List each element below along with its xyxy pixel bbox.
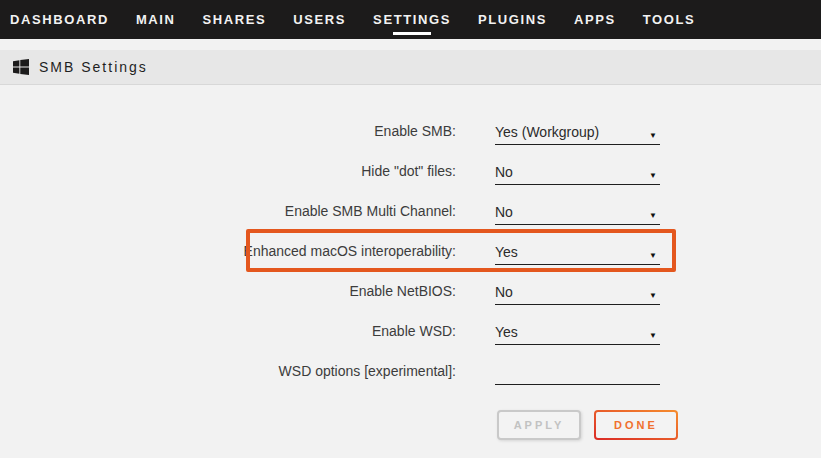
page-title: SMB Settings: [39, 59, 148, 75]
page-header: SMB Settings: [0, 50, 821, 85]
field-label: WSD options [experimental]:: [0, 351, 456, 391]
done-button[interactable]: DONE: [594, 410, 678, 440]
enable-smb-select[interactable]: Yes (Workgroup) ▼: [495, 117, 660, 145]
nav-item-apps[interactable]: APPS: [574, 12, 616, 27]
hide-dot-files-select[interactable]: No ▼: [495, 157, 660, 185]
nav-item-main[interactable]: MAIN: [136, 12, 176, 27]
smb-settings-page: DASHBOARD MAIN SHARES USERS SETTINGS PLU…: [0, 0, 821, 458]
selected-value: Yes: [495, 324, 518, 340]
dropdown-arrow-icon: ▼: [649, 172, 660, 180]
form-row-enable-smb: Enable SMB: Yes (Workgroup) ▼: [0, 111, 700, 151]
nav-item-dashboard[interactable]: DASHBOARD: [10, 12, 109, 27]
wsd-options-input[interactable]: [495, 364, 660, 380]
selected-value: No: [495, 164, 513, 180]
nav-item-settings[interactable]: SETTINGS: [373, 12, 451, 27]
selected-value: Yes (Workgroup): [495, 124, 599, 140]
form-row-hide-dot-files: Hide "dot" files: No ▼: [0, 151, 700, 191]
netbios-select[interactable]: No ▼: [495, 277, 660, 305]
dropdown-arrow-icon: ▼: [649, 132, 660, 140]
nav-item-plugins[interactable]: PLUGINS: [478, 12, 547, 27]
selected-value: Yes: [495, 244, 518, 260]
form-row-macos-interop: Enhanced macOS interoperability: Yes ▼: [0, 231, 700, 271]
field-label: Hide "dot" files:: [0, 151, 456, 191]
form-row-netbios: Enable NetBIOS: No ▼: [0, 271, 700, 311]
macos-interop-select[interactable]: Yes ▼: [495, 237, 660, 265]
field-label: Enable WSD:: [0, 311, 456, 351]
nav-item-tools[interactable]: TOOLS: [643, 12, 696, 27]
dropdown-arrow-icon: ▼: [649, 292, 660, 300]
selected-value: No: [495, 204, 513, 220]
field-label: Enable SMB Multi Channel:: [0, 191, 456, 231]
windows-icon: [13, 59, 29, 75]
field-label: Enhanced macOS interoperability:: [0, 231, 456, 271]
dropdown-arrow-icon: ▼: [649, 212, 660, 220]
nav-item-users[interactable]: USERS: [293, 12, 346, 27]
wsd-select[interactable]: Yes ▼: [495, 317, 660, 345]
form-row-wsd-options: WSD options [experimental]:: [0, 351, 700, 391]
apply-button[interactable]: APPLY: [497, 410, 581, 440]
wsd-options-field: [495, 357, 660, 385]
dropdown-arrow-icon: ▼: [649, 332, 660, 340]
form-row-smb-multichannel: Enable SMB Multi Channel: No ▼: [0, 191, 700, 231]
smb-multichannel-select[interactable]: No ▼: [495, 197, 660, 225]
form-row-wsd: Enable WSD: Yes ▼: [0, 311, 700, 351]
field-label: Enable NetBIOS:: [0, 271, 456, 311]
dropdown-arrow-icon: ▼: [649, 252, 660, 260]
selected-value: No: [495, 284, 513, 300]
nav-item-shares[interactable]: SHARES: [203, 12, 267, 27]
field-label: Enable SMB:: [0, 111, 456, 151]
top-nav: DASHBOARD MAIN SHARES USERS SETTINGS PLU…: [0, 0, 821, 39]
